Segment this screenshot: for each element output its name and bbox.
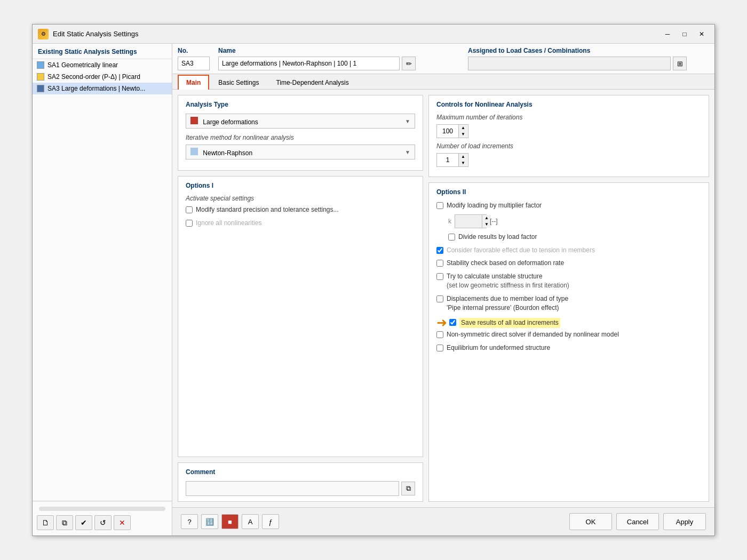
refresh-button[interactable]: ↺ [94,515,112,530]
equilibrium-checkbox[interactable] [436,345,443,351]
info-button[interactable]: ■ [221,514,239,529]
displacements-checkbox[interactable] [436,295,443,302]
sidebar-toolbar: 🗋 ⧉ ✔ ↺ ✕ [35,513,170,532]
favorable-label: Consider favorable effect due to tension… [447,246,595,255]
no-group: No. [178,47,210,70]
name-input[interactable] [218,57,400,70]
calc-button[interactable]: 🔢 [201,514,218,529]
comment-input[interactable] [186,481,399,496]
new-item-button[interactable]: 🗋 [37,515,54,530]
sidebar-item-sa3[interactable]: SA3 Large deformations | Newto... [33,83,172,94]
sidebar-item-sa1[interactable]: SA1 Geometrically linear [33,59,172,71]
nonsymmetric-row: Non-symmetric direct solver if demanded … [436,330,701,339]
sidebar-item-sa2[interactable]: SA2 Second-order (P-Δ) | Picard [33,71,172,83]
analysis-type-panel: Analysis Type Large deformations ▼ Itera… [178,95,423,171]
ignore-label: Ignore all nonlinearities [196,219,261,228]
max-iterations-down-button[interactable]: ▼ [459,131,467,138]
try-calculate-row: Try to calculate unstable structure (set… [436,272,701,290]
apply-button[interactable]: Apply [663,513,706,530]
k-row: k ▲ ▼ [--] [448,214,701,228]
close-button[interactable]: ✕ [694,28,709,41]
analysis-type-dropdown[interactable]: Large deformations ▼ [186,114,415,129]
sidebar-bottom: 🗋 ⧉ ✔ ↺ ✕ [33,501,172,535]
controls-title: Controls for Nonlinear Analysis [436,101,701,108]
sa3-color-indicator [37,85,44,92]
sidebar-item-label-sa2: SA2 Second-order (P-Δ) | Picard [47,73,140,81]
max-iterations-up-button[interactable]: ▲ [459,125,467,131]
top-form: No. Name ✏ Assigned to Load Cases / Comb… [172,44,714,74]
tab-main[interactable]: Main [178,75,209,90]
orange-arrow-icon: ➜ [436,316,447,329]
assigned-input [468,57,671,70]
num-increments-up-button[interactable]: ▲ [459,154,467,160]
assigned-browse-button[interactable]: ⊞ [673,57,687,70]
right-column: Controls for Nonlinear Analysis Maximum … [428,95,709,502]
k-spinbox[interactable]: ▲ ▼ [455,214,487,228]
title-controls: ─ □ ✕ [660,28,709,41]
displacements-label: Displacements due to member load of type… [447,294,568,313]
max-iterations-spinbox-btns: ▲ ▼ [458,125,467,138]
num-increments-input[interactable] [437,155,458,165]
analysis-type-arrow-icon: ▼ [405,118,410,124]
equilibrium-row: Equilibrium for undeformed structure [436,343,701,353]
nonsymmetric-checkbox[interactable] [436,331,443,338]
save-results-row: Save results of all load increments [449,318,560,328]
modify-loading-label: Modify loading by multiplier factor [447,201,542,210]
iterative-value: Newton-Raphson [190,148,252,157]
modify-precision-checkbox[interactable] [186,206,193,213]
try-calculate-checkbox[interactable] [436,273,443,280]
num-increments-down-button[interactable]: ▼ [459,160,467,166]
check-button[interactable]: ✔ [75,515,92,530]
no-input[interactable] [178,57,210,70]
left-column: Analysis Type Large deformations ▼ Itera… [178,95,423,502]
options2-panel: Options II Modify loading by multiplier … [428,182,709,502]
comment-title: Comment [186,468,415,476]
copy-item-button[interactable]: ⧉ [56,515,73,530]
maximize-button[interactable]: □ [677,28,692,41]
window-title: Edit Static Analysis Settings [53,30,138,38]
delete-button[interactable]: ✕ [114,515,131,530]
no-label: No. [178,47,210,54]
sidebar-header: Existing Static Analysis Settings [33,44,172,59]
analysis-type-value: Large deformations [190,117,258,126]
right-panel: No. Name ✏ Assigned to Load Cases / Comb… [172,44,714,535]
max-iterations-input[interactable] [437,126,458,136]
comment-panel: Comment ⧉ [178,462,423,502]
divide-results-row: Divide results by load factor [448,233,701,242]
tab-basic[interactable]: Basic Settings [210,75,267,90]
app-icon: ⚙ [38,29,49,39]
ok-button[interactable]: OK [569,513,612,530]
favorable-checkbox[interactable] [436,247,443,254]
help-button[interactable]: ? [181,514,198,529]
comment-browse-button[interactable]: ⧉ [401,482,415,495]
iterative-label: Iterative method for nonlinear analysis [186,134,415,141]
stability-row: Stability check based on deformation rat… [436,259,701,268]
main-content: Existing Static Analysis Settings SA1 Ge… [33,44,714,535]
save-results-checkbox[interactable] [449,319,456,326]
divide-results-checkbox[interactable] [448,234,455,241]
save-results-label: Save results of all load increments [459,318,560,328]
formula-button[interactable]: ƒ [262,514,279,529]
k-label: k [448,218,451,225]
tab-timedep[interactable]: Time-Dependent Analysis [268,75,356,90]
options1-title: Options I [186,182,415,189]
num-increments-spinbox[interactable]: ▲ ▼ [436,153,468,167]
modify-loading-row: Modify loading by multiplier factor [436,201,701,210]
max-iterations-spinbox[interactable]: ▲ ▼ [436,124,468,138]
modify-loading-checkbox[interactable] [436,202,443,209]
num-increments-label: Number of load increments [436,142,701,150]
max-iterations-label: Maximum number of iterations [436,114,701,121]
ignore-row: Ignore all nonlinearities [186,219,415,228]
cancel-button[interactable]: Cancel [616,513,659,530]
title-bar: ⚙ Edit Static Analysis Settings ─ □ ✕ [33,25,714,44]
modify-precision-row: Modify standard precision and tolerance … [186,205,415,214]
edit-name-button[interactable]: ✏ [402,57,416,70]
ignore-checkbox[interactable] [186,220,193,227]
name-group: Name ✏ [218,47,459,70]
minimize-button[interactable]: ─ [660,28,675,41]
stability-checkbox[interactable] [436,260,443,267]
iterative-dropdown[interactable]: Newton-Raphson ▼ [186,145,415,159]
param-button[interactable]: A [242,514,259,529]
sidebar-scrollbar[interactable] [39,507,165,511]
k-input[interactable] [455,217,482,226]
